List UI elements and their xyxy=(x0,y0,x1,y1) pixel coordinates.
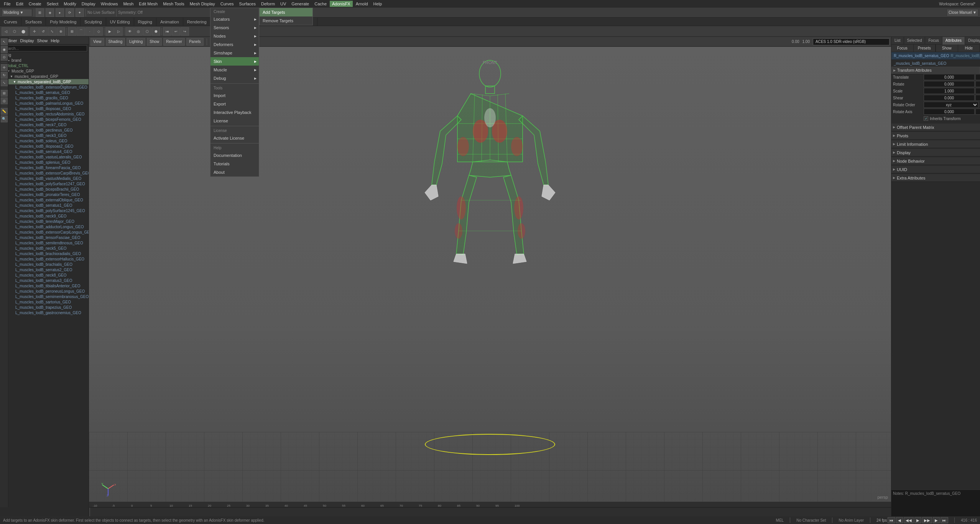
menu-file[interactable]: File xyxy=(2,1,13,7)
activate-license-menu-item[interactable]: Activate License xyxy=(210,134,259,142)
menu-modify[interactable]: Modify xyxy=(61,1,78,7)
show-button[interactable]: Show xyxy=(936,44,958,52)
list-item[interactable]: L_muscles_lodB_serratus1_GEO xyxy=(0,203,89,208)
rotate-axis-y[interactable] xyxy=(975,109,980,115)
menu-uv[interactable]: UV xyxy=(278,1,288,7)
list-item[interactable]: L_muscles_lodB_neck9_GEO xyxy=(0,213,89,219)
list-item[interactable]: L_muscles_lodB_semimembranosus_GEO xyxy=(0,294,89,299)
list-item[interactable]: ▼ muscles_separated_lodB_GRP xyxy=(0,79,89,84)
tab-animation[interactable]: Animation xyxy=(156,18,183,26)
tab-focus[interactable]: Focus xyxy=(925,37,942,44)
vp-lighting-menu[interactable]: Lighting xyxy=(127,38,145,46)
menu-adonis[interactable]: AdonisFX xyxy=(330,1,353,7)
shaded-icon[interactable]: ⬢ xyxy=(152,27,160,36)
add-targets-item[interactable]: Add Targets xyxy=(260,8,312,16)
focus-button[interactable]: Focus xyxy=(891,44,914,52)
list-item[interactable]: ▼ muscles_separated_GRP xyxy=(0,74,89,79)
list-item[interactable]: L_muscles_lodB_serratus2_GEO xyxy=(0,267,89,272)
play-back-btn[interactable]: ◀◀ xyxy=(904,517,914,523)
locators-menu-item[interactable]: Locators xyxy=(210,15,259,23)
fps-selector[interactable]: 24 fps xyxy=(876,518,887,522)
list-item[interactable]: L_muscles_lodB_iliopsoas_GEO xyxy=(0,106,89,111)
tab-rendering[interactable]: Rendering xyxy=(183,18,211,26)
menu-windows[interactable]: Windows xyxy=(99,1,120,7)
skin-menu-item[interactable]: Skin xyxy=(210,57,259,66)
list-item[interactable]: L_muscles_lodB_iliopsoas2_GEO xyxy=(0,143,89,149)
menu-display[interactable]: Display xyxy=(79,1,98,7)
step-back-btn[interactable]: ◀ xyxy=(896,517,903,523)
toolbar-icon-4[interactable]: ⟳ xyxy=(66,8,74,17)
offset-parent-matrix-section[interactable]: Offset Parent Matrix xyxy=(891,124,980,131)
export-menu-item[interactable]: Export xyxy=(210,100,259,108)
menu-edit-mesh[interactable]: Edit Mesh xyxy=(136,1,160,7)
outliner-search-input[interactable] xyxy=(2,45,87,51)
menu-arnold[interactable]: Arnold xyxy=(354,1,370,7)
debug-menu-item[interactable]: Debug xyxy=(210,74,259,82)
skip-to-end-btn[interactable]: ⏭ xyxy=(941,517,948,523)
toolbar-icon-5[interactable]: ✦ xyxy=(76,8,84,17)
tab-attributes[interactable]: Attributes xyxy=(942,37,965,44)
list-item[interactable]: ▼ Muscle_GRP xyxy=(0,68,89,74)
list-item[interactable]: L_muscles_lodB_neck8_GEO xyxy=(0,272,89,278)
shear-y[interactable] xyxy=(975,95,980,101)
display-section[interactable]: Display xyxy=(891,149,980,157)
paint-mode-icon[interactable]: ◉ xyxy=(1,46,8,53)
soft-select-icon[interactable]: ◎ xyxy=(1,97,8,104)
list-item[interactable]: L_muscles_lodB_neck7_GEO xyxy=(0,122,89,127)
scale-mode-icon[interactable]: ⤡ xyxy=(1,79,8,86)
list-item[interactable]: L_muscles_lodB_trapezius_GEO xyxy=(0,305,89,310)
step-forward-btn[interactable]: ▶ xyxy=(933,517,940,523)
isolate-icon[interactable]: ◎ xyxy=(134,27,143,36)
list-item[interactable]: L_muscles_lodB_palmarisLongus_GEO xyxy=(0,101,89,106)
vp-view-menu[interactable]: View xyxy=(90,38,104,46)
scale-y[interactable] xyxy=(975,88,980,94)
menu-help[interactable]: Help xyxy=(371,1,385,7)
simshape-menu-item[interactable]: Simshape xyxy=(210,49,259,57)
paint-select-icon[interactable]: ⬤ xyxy=(19,27,28,36)
snap-curve-icon[interactable]: ⌒ xyxy=(77,27,85,36)
viewport[interactable]: View Shading Lighting Show Renderer Pane… xyxy=(89,37,891,516)
list-item[interactable]: L_muscles_lodB_serratus4_GEO xyxy=(0,149,89,154)
rotate-tool-icon[interactable]: ↺ xyxy=(39,27,48,36)
transform-tool-icon[interactable]: ⊕ xyxy=(57,27,65,36)
toolbar-icon-3[interactable]: ▸ xyxy=(56,8,64,17)
list-item[interactable]: L_muscles_lodB_polySurface1247_GEO xyxy=(0,181,89,186)
tab-uv-editing[interactable]: UV Editing xyxy=(106,18,134,26)
wireframe-icon[interactable]: ⬡ xyxy=(143,27,151,36)
menu-curves[interactable]: Curves xyxy=(218,1,236,7)
documentation-menu-item[interactable]: Documentation xyxy=(210,151,259,160)
list-item[interactable]: L_muscles_lodB_splenius_GEO xyxy=(0,160,89,165)
list-item[interactable]: L_muscles_lodB_polySurface1245_GEO xyxy=(0,208,89,213)
redo-icon[interactable]: ↪ xyxy=(181,27,189,36)
pivots-section[interactable]: Pivots xyxy=(891,132,980,140)
close-manuel-dropdown[interactable]: Close Manuel ▼ xyxy=(947,9,978,16)
menu-surfaces[interactable]: Surfaces xyxy=(237,1,258,7)
scale-x[interactable] xyxy=(924,88,975,94)
tab-poly-modeling[interactable]: Poly Modeling xyxy=(46,18,81,26)
list-item[interactable]: L_muscles_lodB_serratus_GEO xyxy=(0,90,89,95)
inherits-transform-checkbox[interactable]: ✓ xyxy=(924,116,928,121)
tab-display[interactable]: Display xyxy=(965,37,980,44)
hide-button[interactable]: Hide xyxy=(958,44,980,52)
list-item[interactable]: L_muscles_lodB_extensorDigitorum_GEO xyxy=(0,84,89,90)
list-item[interactable]: L_muscles_lodB_teresMajor_GEO xyxy=(0,219,89,224)
list-item[interactable]: L_muscles_lodB_vastusMedialis_GEO xyxy=(0,176,89,181)
rotate-axis-x[interactable] xyxy=(924,109,975,115)
viewport-canvas[interactable]: FRONT persp X Y Z -10 -5 0 xyxy=(89,47,891,509)
limit-information-section[interactable]: Limit Information xyxy=(891,140,980,148)
uuid-section[interactable]: UUID xyxy=(891,166,980,173)
timeline-track[interactable] xyxy=(89,508,891,516)
interactive-playback-menu-item[interactable]: License xyxy=(210,117,259,125)
list-item[interactable]: L_muscles_lodB_gracilis_GEO xyxy=(0,95,89,101)
translate-x[interactable] xyxy=(924,74,975,80)
lasso-tool-icon[interactable]: ⬡ xyxy=(10,27,19,36)
menu-cache[interactable]: Cache xyxy=(312,1,329,7)
list-item[interactable]: global_CTRL xyxy=(0,63,89,68)
toolbar-icon-1[interactable]: ⊞ xyxy=(36,8,44,17)
sensors-menu-item[interactable]: Sensors xyxy=(210,23,259,32)
vp-panels-menu[interactable]: Panels xyxy=(186,38,204,46)
tab-list[interactable]: List xyxy=(891,37,904,44)
select-tool-icon[interactable]: ◁ xyxy=(2,27,10,36)
list-item[interactable]: L_muscles_lodB_brachialis_GEO xyxy=(0,262,89,267)
list-item[interactable]: ▶ brand xyxy=(0,58,89,63)
